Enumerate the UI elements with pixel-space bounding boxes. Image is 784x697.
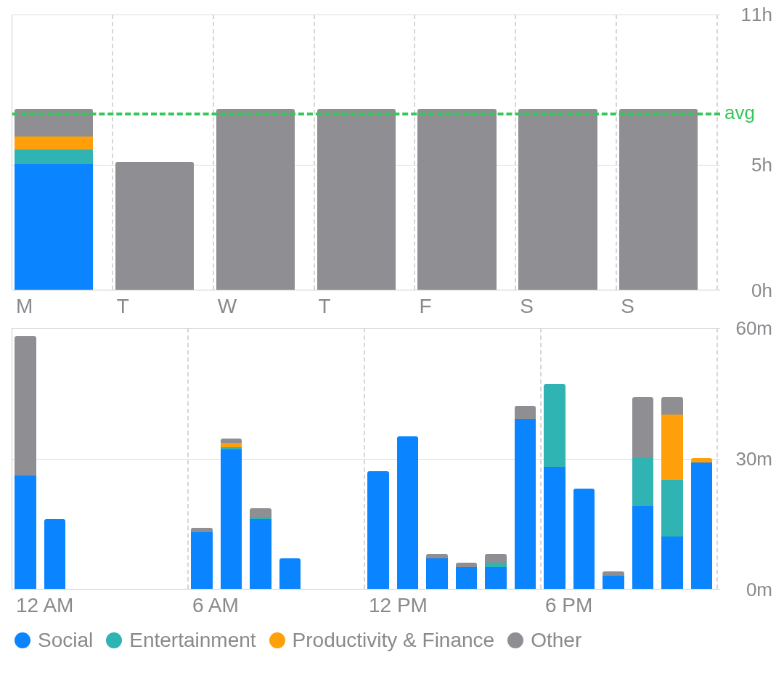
avg-line bbox=[12, 113, 720, 115]
bar bbox=[15, 336, 36, 589]
x-tick-label: S bbox=[621, 295, 634, 318]
bar-segment bbox=[619, 109, 698, 290]
bar-segment bbox=[456, 567, 478, 589]
bar-segment bbox=[632, 458, 654, 506]
dot-icon bbox=[106, 632, 122, 648]
bar-segment bbox=[15, 476, 36, 589]
bar-segment bbox=[250, 508, 271, 517]
hourly-x-axis: 12 AM6 AM12 PM6 PM bbox=[12, 590, 717, 621]
bar bbox=[603, 571, 624, 589]
bar bbox=[317, 109, 396, 290]
bar-segment bbox=[573, 489, 595, 589]
bar-segment bbox=[367, 471, 389, 589]
bar-segment bbox=[544, 467, 565, 589]
hourly-chart: 0m30m60m 12 AM6 AM12 PM6 PM bbox=[12, 328, 772, 621]
x-tick-label: T bbox=[117, 295, 129, 318]
weekly-x-axis: MTWTFSS bbox=[12, 290, 717, 322]
bar bbox=[279, 558, 301, 589]
bar-segment bbox=[661, 397, 683, 415]
x-tick-label: 12 PM bbox=[369, 594, 428, 617]
bar bbox=[216, 109, 295, 290]
bar-segment bbox=[191, 532, 213, 589]
bar-segment bbox=[426, 558, 448, 589]
bar bbox=[573, 489, 595, 589]
dot-icon bbox=[269, 632, 285, 648]
bar-segment bbox=[485, 567, 507, 589]
bar bbox=[515, 406, 536, 589]
bar-segment bbox=[250, 519, 271, 589]
bar-segment bbox=[221, 449, 242, 589]
weekly-chart: 0h5h11h avg MTWTFSS bbox=[12, 15, 772, 322]
bar-segment bbox=[417, 109, 496, 290]
x-tick-label: T bbox=[319, 295, 331, 318]
bar bbox=[544, 384, 565, 589]
bar-segment bbox=[279, 558, 301, 589]
bar bbox=[456, 563, 478, 589]
legend-label: Entertainment bbox=[129, 629, 256, 652]
bar-segment bbox=[515, 419, 536, 589]
x-tick-label: S bbox=[520, 295, 534, 318]
y-tick-label: 5h bbox=[751, 154, 772, 176]
bar-segment bbox=[15, 150, 93, 165]
bar bbox=[632, 397, 654, 589]
avg-label: avg bbox=[724, 101, 755, 123]
bar bbox=[44, 519, 66, 589]
x-tick-label: 12 AM bbox=[16, 594, 73, 617]
weekly-y-axis: 0h5h11h bbox=[729, 15, 772, 290]
bar-segment bbox=[661, 415, 683, 480]
bar bbox=[250, 508, 271, 589]
bar-segment bbox=[44, 519, 66, 589]
bar bbox=[397, 436, 419, 589]
bar bbox=[619, 109, 698, 290]
bar bbox=[691, 458, 713, 589]
x-tick-label: F bbox=[419, 295, 431, 318]
bar bbox=[661, 397, 683, 589]
bar-segment bbox=[632, 506, 654, 589]
bar bbox=[115, 162, 194, 290]
y-tick-label: 60m bbox=[735, 317, 772, 340]
bar-segment bbox=[15, 336, 36, 476]
bar-segment bbox=[317, 109, 396, 290]
y-tick-label: 0m bbox=[746, 579, 772, 601]
y-tick-label: 30m bbox=[735, 448, 772, 470]
legend-item-social: Social bbox=[15, 629, 93, 652]
bar-segment bbox=[661, 480, 683, 537]
bar bbox=[15, 109, 93, 290]
bar-segment bbox=[397, 436, 419, 589]
bar bbox=[221, 439, 242, 589]
bar bbox=[518, 109, 597, 290]
bar-segment bbox=[485, 554, 507, 563]
x-tick-label: 6 AM bbox=[192, 594, 239, 617]
bar-segment bbox=[216, 109, 295, 290]
legend-item-productivity: Productivity & Finance bbox=[269, 629, 495, 652]
dot-icon bbox=[15, 632, 30, 648]
bar bbox=[426, 554, 448, 589]
bar-segment bbox=[515, 406, 536, 419]
bar bbox=[367, 471, 389, 589]
hourly-plot-area bbox=[12, 328, 720, 590]
x-tick-label: 6 PM bbox=[545, 594, 592, 617]
bar-segment bbox=[661, 537, 683, 589]
bar-segment bbox=[15, 136, 93, 149]
legend-label: Other bbox=[531, 629, 581, 652]
legend: Social Entertainment Productivity & Fina… bbox=[12, 629, 772, 652]
bar-segment bbox=[691, 462, 713, 589]
legend-label: Social bbox=[38, 629, 93, 652]
bar-segment bbox=[115, 162, 194, 290]
bar bbox=[191, 528, 213, 589]
bar-segment bbox=[544, 384, 565, 467]
hourly-y-axis: 0m30m60m bbox=[729, 328, 772, 590]
bar bbox=[417, 109, 496, 290]
screen-time-card: 0h5h11h avg MTWTFSS 0m30m60m 12 AM6 AM12… bbox=[0, 0, 784, 697]
legend-label: Productivity & Finance bbox=[293, 629, 495, 652]
legend-item-other: Other bbox=[507, 629, 581, 652]
dot-icon bbox=[507, 632, 523, 648]
y-tick-label: 11h bbox=[741, 4, 772, 26]
x-tick-label: W bbox=[218, 295, 237, 318]
bar-segment bbox=[518, 109, 597, 290]
bar bbox=[485, 554, 507, 589]
bar-segment bbox=[632, 397, 654, 458]
bar-segment bbox=[603, 576, 624, 589]
bar-segment bbox=[15, 164, 93, 290]
x-tick-label: M bbox=[16, 295, 33, 318]
